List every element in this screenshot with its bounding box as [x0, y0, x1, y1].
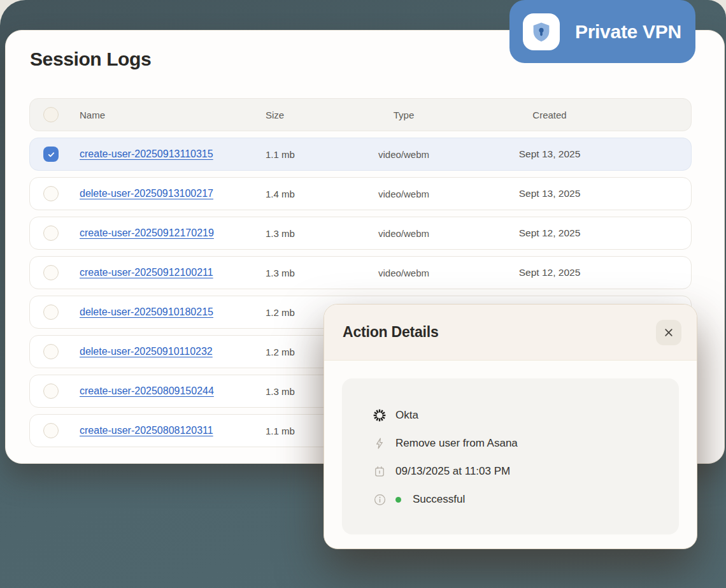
- page-title: Session Logs: [30, 48, 151, 70]
- column-header-created: Created: [454, 110, 645, 120]
- table-header-row: Name Size Type Created: [29, 98, 692, 131]
- detail-item-action: Remove user from Asana: [373, 429, 679, 457]
- session-name-cell: delete-user-20250910180215: [72, 306, 258, 318]
- row-checkbox-cell: [30, 147, 72, 162]
- detail-item-app: Okta: [373, 401, 679, 429]
- created-cell: Sept 12, 2025: [454, 227, 645, 239]
- okta-logo-icon: [373, 408, 387, 422]
- row-checkbox[interactable]: [43, 147, 59, 162]
- table-row[interactable]: create-user-20250912170219 1.3 mb video/…: [29, 217, 692, 250]
- row-checkbox[interactable]: [43, 344, 59, 359]
- type-cell: video/webm: [353, 189, 454, 199]
- screenshot-stage: Session Logs Name Size Type Created: [0, 0, 726, 588]
- status-success-dot: [395, 497, 401, 503]
- close-icon: [664, 327, 674, 338]
- session-log-link[interactable]: delete-user-20250913100217: [80, 188, 213, 199]
- session-log-link[interactable]: delete-user-20250910180215: [80, 306, 213, 317]
- row-checkbox[interactable]: [43, 186, 59, 201]
- created-cell: Sept 13, 2025: [454, 188, 645, 199]
- row-checkbox-cell: [30, 186, 72, 201]
- row-checkbox-cell: [30, 384, 72, 399]
- modal-header: Action Details: [324, 305, 697, 361]
- session-log-link[interactable]: create-user-20250913110315: [80, 148, 213, 159]
- size-cell: 1.3 mb: [258, 228, 353, 239]
- detail-action-text: Remove user from Asana: [395, 437, 518, 450]
- session-log-link[interactable]: create-user-20250808120311: [80, 425, 213, 436]
- calendar-icon: [373, 464, 387, 478]
- type-cell: video/webm: [353, 228, 454, 239]
- session-name-cell: create-user-20250913110315: [72, 148, 258, 160]
- session-log-link[interactable]: create-user-20250912100211: [80, 267, 213, 278]
- detail-status-text: Successful: [413, 493, 465, 506]
- row-checkbox[interactable]: [43, 305, 59, 320]
- size-cell: 1.1 mb: [258, 149, 353, 160]
- session-log-link[interactable]: create-user-20250912170219: [80, 227, 214, 238]
- row-checkbox[interactable]: [43, 226, 59, 241]
- detail-item-datetime: 09/13/2025 at 11:03 PM: [373, 457, 679, 485]
- shield-keyhole-icon: [523, 13, 560, 50]
- column-header-type: Type: [353, 110, 454, 120]
- created-cell: Sept 12, 2025: [454, 267, 645, 278]
- row-checkbox[interactable]: [43, 423, 59, 438]
- row-checkbox[interactable]: [43, 384, 59, 399]
- row-checkbox-cell: [30, 226, 72, 241]
- table-row[interactable]: delete-user-20250913100217 1.4 mb video/…: [29, 177, 692, 210]
- detail-item-status: Successful: [373, 485, 679, 513]
- select-all-checkbox[interactable]: [43, 107, 59, 122]
- size-cell: 1.3 mb: [258, 268, 353, 278]
- session-log-link[interactable]: create-user-20250809150244: [80, 385, 214, 396]
- session-name-cell: create-user-20250912170219: [72, 227, 258, 239]
- private-vpn-badge: Private VPN: [509, 0, 695, 63]
- type-cell: video/webm: [353, 268, 454, 278]
- session-name-cell: create-user-20250809150244: [72, 385, 258, 397]
- table-row[interactable]: create-user-20250913110315 1.1 mb video/…: [29, 138, 692, 171]
- detail-datetime-text: 09/13/2025 at 11:03 PM: [395, 465, 510, 478]
- session-name-cell: delete-user-20250913100217: [72, 188, 258, 199]
- size-cell: 1.4 mb: [258, 189, 353, 199]
- session-log-link[interactable]: delete-user-20250910110232: [80, 346, 213, 357]
- session-name-cell: delete-user-20250910110232: [72, 346, 258, 357]
- close-button[interactable]: [656, 320, 681, 345]
- header-checkbox-cell: [30, 107, 72, 122]
- badge-label: Private VPN: [575, 21, 681, 43]
- type-cell: video/webm: [353, 149, 454, 160]
- detail-panel: Okta Remove user from Asana: [342, 378, 679, 534]
- row-checkbox-cell: [30, 265, 72, 280]
- detail-app-name: Okta: [395, 409, 418, 422]
- row-checkbox-cell: [30, 305, 72, 320]
- row-checkbox-cell: [30, 344, 72, 359]
- action-details-modal: Action Details: [324, 304, 697, 549]
- check-icon: [46, 150, 56, 159]
- created-cell: Sept 13, 2025: [454, 148, 645, 160]
- column-header-size: Size: [258, 110, 353, 120]
- lightning-icon: [373, 436, 387, 450]
- row-checkbox[interactable]: [43, 265, 59, 280]
- info-icon: [373, 492, 387, 506]
- column-header-name: Name: [72, 110, 258, 120]
- session-name-cell: create-user-20250912100211: [72, 267, 258, 278]
- modal-title: Action Details: [343, 324, 439, 341]
- session-name-cell: create-user-20250808120311: [72, 425, 258, 436]
- row-checkbox-cell: [30, 423, 72, 438]
- table-row[interactable]: create-user-20250912100211 1.3 mb video/…: [29, 256, 692, 289]
